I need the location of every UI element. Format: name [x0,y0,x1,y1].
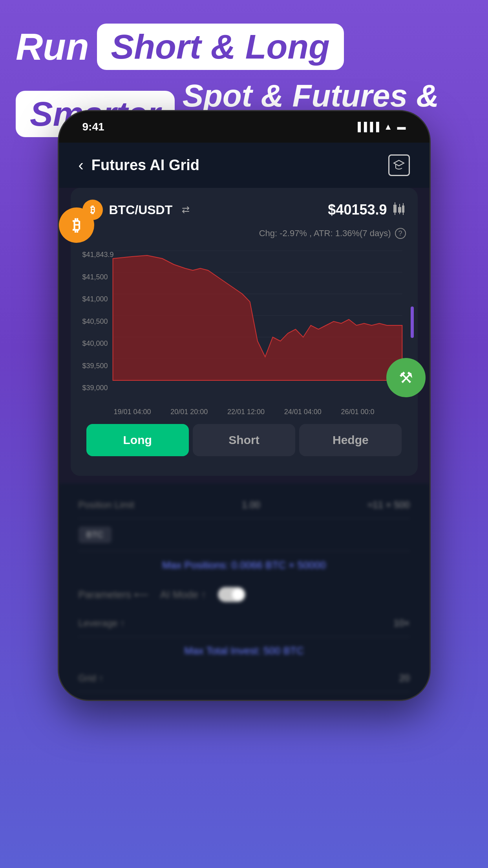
y-label-2: $41,500 [82,273,114,281]
x-label-5: 26/01 00:0 [341,408,374,416]
blurred-row-1: Position Limit 1.00 ≈11 × 500 [79,492,410,519]
phone-mockup: 9:41 ▐▐▐▐ ▲ ▬ ‹ Futures AI Grid [58,110,431,701]
blurred-row-4: Grid ↑ 20 [79,665,410,692]
ai-mode-label: AI Mode ↑ [160,589,206,601]
trading-card-header: ₿ BTC/USDT ⇄ $40153.9 [82,200,406,220]
chart-area: $41,843.9 $41,500 $41,000 $40,500 $40,00… [82,247,406,396]
title-highlight-box: Short & Long [97,24,344,70]
x-label-4: 24/01 04:00 [284,408,322,416]
chart-scrollbar[interactable] [411,306,414,338]
params-label: Parameters ⟵ [79,589,149,601]
app-title: Futures AI Grid [91,157,199,174]
tab-long[interactable]: Long [86,424,189,456]
y-label-6: $39,500 [82,362,114,370]
candle-chart-icon[interactable] [392,202,406,218]
chart-change-text: Chg: -2.97% , ATR: 1.36%(7 days) [259,228,391,239]
y-label-3: $41,000 [82,295,114,303]
svg-rect-1 [393,205,397,213]
phone-notch [205,111,283,127]
chart-info: Chg: -2.97% , ATR: 1.36%(7 days) ? [82,228,406,239]
max-positions-text: Max Positions: 0.0066 BTC × 50000 [79,551,410,579]
price-chart-svg [82,247,406,396]
tabs-row: Long Short Hedge [82,424,406,464]
x-label-3: 22/01 12:00 [227,408,265,416]
trading-card: ₿ ₿ BTC/USDT ⇄ $40153.9 [71,188,418,476]
app-header: ‹ Futures AI Grid [59,143,430,188]
title-run-text: Run [16,25,89,68]
extra-row-label: Grid ↑ [79,673,104,684]
blurred-section: Position Limit 1.00 ≈11 × 500 BTC Max Po… [59,484,430,700]
float-green-icon: ⚒ [386,358,426,397]
phone-container: 9:41 ▐▐▐▐ ▲ ▬ ‹ Futures AI Grid [58,110,431,701]
position-limit-label: Position Limit [79,499,135,510]
phone-time: 9:41 [82,121,104,133]
y-label-1: $41,843.9 [82,251,114,259]
cap-icon-button[interactable] [388,154,410,176]
info-icon[interactable]: ? [395,228,406,239]
blurred-row-2: BTC [79,519,410,551]
float-btc-icon: ₿ [59,207,94,243]
battery-icon: ▬ [397,122,406,132]
signal-icon: ▐▐▐▐ [355,122,379,132]
btc-price: $40153.9 [328,202,406,218]
ai-mode-toggle[interactable] [218,587,245,602]
svg-rect-4 [398,207,401,213]
y-label-7: $39,000 [82,384,114,392]
wifi-icon: ▲ [384,122,393,132]
y-axis-labels: $41,843.9 $41,500 $41,000 $40,500 $40,00… [82,247,114,396]
title-line1: Run Short & Long [16,24,472,70]
blurred-row-3: Leverage ↑ 10× [79,610,410,637]
leverage-label: Leverage ↑ [79,618,125,629]
leverage-value: 10× [394,618,410,629]
tab-hedge[interactable]: Hedge [299,424,402,456]
btc-tag: BTC [79,527,111,543]
svg-marker-0 [394,160,404,166]
x-label-2: 20/01 20:00 [170,408,208,416]
x-axis-labels: 19/01 04:00 20/01 20:00 22/01 12:00 24/0… [82,408,406,416]
y-label-5: $40,000 [82,339,114,348]
tab-short[interactable]: Short [193,424,295,456]
blurred-params-row: Parameters ⟵ AI Mode ↑ [79,579,410,610]
max-total-text: Max Total Invest: 500 BTC [79,637,410,665]
btc-info: ₿ BTC/USDT ⇄ [82,200,190,220]
y-label-4: $40,500 [82,317,114,326]
position-limit-value: 1.00 [242,499,260,510]
position-limit-extra: ≈11 × 500 [367,499,409,510]
back-button[interactable]: ‹ [79,156,84,174]
extra-row-value: 20 [399,673,410,684]
swap-icon[interactable]: ⇄ [182,204,190,215]
price-value: $40153.9 [328,202,387,218]
status-icons: ▐▐▐▐ ▲ ▬ [355,122,406,132]
x-label-1: 19/01 04:00 [114,408,151,416]
svg-rect-7 [402,206,404,213]
app-header-left: ‹ Futures AI Grid [79,156,200,174]
btc-pair: BTC/USDT [109,203,173,217]
status-bar: 9:41 ▐▐▐▐ ▲ ▬ [59,111,430,143]
